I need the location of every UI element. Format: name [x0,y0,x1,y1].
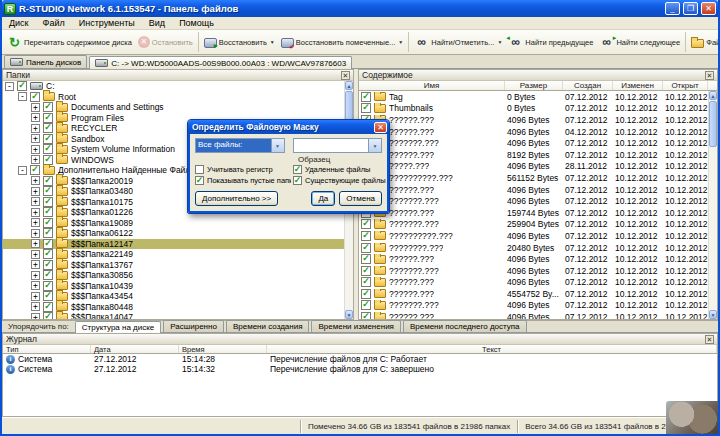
tree-checkbox[interactable]: ✓ [43,260,53,270]
tree-expander[interactable]: + [31,260,40,269]
log-column-type[interactable]: Тип [3,345,91,353]
tree-checkbox[interactable]: ✓ [43,144,53,154]
tree-checkbox[interactable]: ✓ [43,270,53,280]
tree-expander[interactable]: + [31,113,40,122]
tree-checkbox[interactable]: ✓ [43,134,53,144]
menu-item[interactable]: Диск [2,17,36,30]
tree-row[interactable]: + ✓ $$$Папка10439 [3,281,344,292]
log-row[interactable]: iСистема 27.12.2012 15:14:32 Перечислени… [3,364,717,374]
tree-expander[interactable]: + [31,271,40,280]
tree-checkbox[interactable]: ✓ [43,281,53,291]
column-header-name[interactable]: Имя [359,81,505,90]
advanced-button[interactable]: Дополнительно >> [195,191,278,206]
tree-row[interactable]: - ✓ Root [3,92,344,103]
column-header-size[interactable]: Размер [505,81,563,90]
tree-expander[interactable]: + [31,176,40,185]
log-column-text[interactable]: Текст [267,345,717,353]
tree-expander[interactable]: + [31,218,40,227]
column-header-created[interactable]: Создан [563,81,613,90]
log-row[interactable]: iСистема 27.12.2012 15:14:28 Перечислени… [3,354,717,364]
close-icon[interactable]: ✕ [341,71,350,80]
dialog-title-bar[interactable]: Определить Файловую Маску ✕ [188,120,389,134]
tree-expander[interactable]: + [31,250,40,259]
toolbar-button[interactable]: Остановить [135,32,199,52]
file-row[interactable]: ✓ ????????.??? 20480 Bytes 07.12.2012 10… [359,242,708,254]
tree-expander[interactable]: + [31,134,40,143]
tree-row[interactable]: + ✓ $$$Папка30856 [3,270,344,281]
tree-row[interactable]: + ✓ $$$Папка43454 [3,291,344,302]
tree-checkbox[interactable]: ✓ [43,302,53,312]
scrollbar-thumb[interactable] [709,101,717,147]
tree-checkbox[interactable]: ✓ [30,92,40,102]
column-header-opened[interactable]: Открыт [663,81,708,90]
tree-expander[interactable]: + [31,145,40,154]
chevron-down-icon[interactable]: ▼ [398,39,403,45]
file-row[interactable]: ✓ ???????.??? 4096 Bytes 07.12.2012 10.1… [359,265,708,277]
dialog-checkbox[interactable]: ✓ Удаленные файлы [293,165,388,174]
file-checkbox[interactable]: ✓ [361,266,371,276]
tree-expander[interactable]: + [31,197,40,206]
chevron-down-icon[interactable]: ▼ [497,39,502,45]
menu-item[interactable]: Помощь [172,17,221,30]
chevron-down-icon[interactable]: ▼ [271,139,284,152]
file-checkbox[interactable]: ✓ [361,289,371,299]
close-icon[interactable]: ✕ [705,335,714,344]
file-row[interactable]: ✓ ??????.??? 4096 Bytes 07.12.2012 10.12… [359,277,708,289]
contents-scrollbar[interactable]: ▲ ▼ [708,91,717,319]
tree-row[interactable]: - ✓ С: [3,81,344,92]
log-column-time[interactable]: Время [179,345,267,353]
tree-checkbox[interactable]: ✓ [43,239,53,249]
sort-tab[interactable]: Времени последнего доступа [403,320,527,332]
file-row[interactable]: ✓ ??????????.??? 561152 Bytes 07.12.2012… [359,172,708,184]
file-row[interactable]: ✓ ??????.??? 159744 Bytes 07.12.2012 10.… [359,207,708,219]
file-row[interactable]: ✓ ??????.??? 4096 Bytes 07.12.2012 10.12… [359,253,708,265]
file-row[interactable]: ✓ Tag 0 Bytes 07.12.2012 10.12.2012 10.1… [359,91,708,103]
sort-tab[interactable]: Времени создания [226,320,310,332]
tree-expander[interactable]: + [31,292,40,301]
sample-combobox[interactable]: ▼ [293,138,383,153]
file-checkbox[interactable]: ✓ [361,277,371,287]
file-row[interactable]: ✓ Thumbnails 0 Bytes 07.12.2012 10.12.20… [359,103,708,115]
log-column-date[interactable]: Дата [91,345,179,353]
tree-checkbox[interactable]: ✓ [43,218,53,228]
tree-checkbox[interactable]: ✓ [43,228,53,238]
file-row[interactable]: ✓ ???????.??? 4096 Bytes 07.12.2012 10.1… [359,300,708,312]
tree-row[interactable]: + ✓ $$$Папка14047 [3,312,344,319]
tab-disk-panel[interactable]: Панель дисков [4,55,87,68]
column-header-modified[interactable]: Изменен [613,81,663,90]
file-row[interactable]: ✓ ???????.??? 259904 Bytes 07.12.2012 10… [359,219,708,231]
tree-expander[interactable]: + [31,313,40,319]
tree-expander[interactable]: + [31,208,40,217]
tree-checkbox[interactable]: ✓ [43,312,53,319]
menu-item[interactable]: Инструменты [72,17,142,30]
scroll-down-icon[interactable]: ▼ [345,310,353,319]
chevron-down-icon[interactable]: ▼ [368,139,381,152]
tree-checkbox[interactable]: ✓ [43,207,53,217]
tab-file-panel[interactable]: C: -> WD:WD5000AADS-00S9B000.00A03 : WD/… [89,56,352,69]
tree-checkbox[interactable]: ✓ [43,291,53,301]
dialog-checkbox[interactable]: Учитывать регистр [195,165,291,174]
tree-expander[interactable]: + [31,124,40,133]
file-row[interactable]: ✓ ??????.??? 4096 Bytes 07.12.2012 10.12… [359,311,708,319]
toolbar-button[interactable]: Найти следующее [596,32,686,52]
tree-checkbox[interactable]: ✓ [43,176,53,186]
toolbar-button[interactable]: Восстановить ▼ [201,32,278,52]
tree-checkbox[interactable]: ✓ [43,186,53,196]
scroll-up-icon[interactable]: ▲ [345,81,353,90]
file-row[interactable]: ✓ ?????.??? 4096 Bytes 28.11.2012 10.12.… [359,161,708,173]
file-checkbox[interactable]: ✓ [361,92,371,102]
tree-expander[interactable]: + [31,302,40,311]
dialog-checkbox[interactable]: ✓ Показывать пустые папки [195,176,291,185]
sort-tab[interactable]: Структура на диске [75,321,161,333]
close-button[interactable]: ✕ [701,2,716,15]
file-row[interactable]: ✓ ??????.??? 4554752 By... 07.12.2012 10… [359,288,708,300]
sort-tab[interactable]: Времени изменения [311,320,400,332]
tree-row[interactable]: + ✓ $$$Папка13767 [3,260,344,271]
minimize-button[interactable]: _ [665,2,680,15]
file-row[interactable]: ✓ ??????.??? 8192 Bytes 07.12.2012 10.12… [359,149,708,161]
dialog-close-button[interactable]: ✕ [374,122,387,133]
ok-button[interactable]: Да [311,191,335,206]
toolbar-button[interactable]: Перечитать содержимое диска [4,32,135,52]
chevron-down-icon[interactable]: ▼ [270,39,275,45]
tree-checkbox[interactable]: ✓ [17,81,27,91]
